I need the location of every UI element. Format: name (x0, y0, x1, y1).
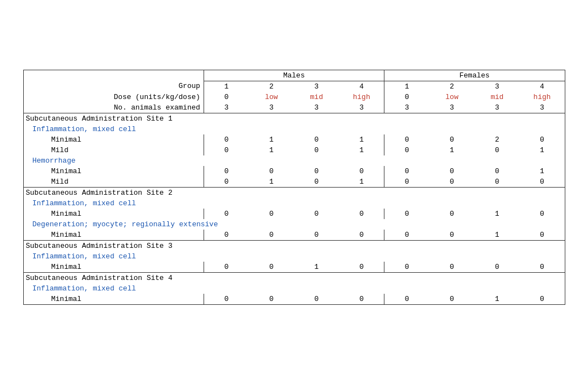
dose-row: Dose (units/kg/dose) 0 low mid high 0 lo… (23, 92, 565, 102)
s2-s2-g1-m3: 0 (294, 230, 339, 241)
f-dose-2: low (429, 92, 475, 102)
s1-s2-g1-f1: 0 (384, 166, 430, 176)
s3-s1-g1-f3: 0 (475, 262, 520, 273)
s1-s2-g1-m1: 0 (204, 166, 249, 176)
s1-sub2-grade2-row: Mild 0 1 0 1 0 0 0 0 (23, 176, 565, 188)
s1-s2-g2-f4: 0 (519, 176, 565, 188)
s2-sub1-name-row: Inflammation, mixed cell (23, 198, 565, 209)
s1-s2-g1-label: Minimal (23, 166, 204, 176)
s4-s1-g1-f3: 1 (475, 294, 520, 305)
s4-s1-g1-m3: 0 (294, 294, 339, 305)
dose-label: Dose (units/kg/dose) (23, 92, 204, 102)
m-dose-2: low (249, 92, 294, 102)
m-dose-1: 0 (204, 92, 249, 102)
f-group-2: 2 (429, 81, 475, 92)
f-dose-1: 0 (384, 92, 430, 102)
males-header: Males (204, 70, 384, 81)
s1-s2-g2-label: Mild (23, 176, 204, 188)
s3-s1-g1-label: Minimal (23, 262, 204, 273)
s2-sub2-name: Degeneration; myocyte; regionally extens… (23, 219, 565, 230)
s3-s1-g1-f4: 0 (519, 262, 565, 273)
s4-s1-g1-f4: 0 (519, 294, 565, 305)
section1-title: Subcutaneous Administration Site 1 (23, 113, 565, 124)
s2-s1-g1-f4: 0 (519, 209, 565, 219)
m-animals-3: 3 (294, 102, 339, 113)
s2-s2-g1-f2: 0 (429, 230, 475, 241)
m-dose-4: high (339, 92, 384, 102)
m-animals-2: 3 (249, 102, 294, 113)
females-header: Females (384, 70, 565, 81)
s1-s2-g1-f2: 0 (429, 166, 475, 176)
section4-title-row: Subcutaneous Administration Site 4 (23, 272, 565, 283)
s1-s1-g2-m3: 0 (294, 145, 339, 155)
s1-sub1-grade1-row: Minimal 0 1 0 1 0 0 2 0 (23, 134, 565, 145)
s3-sub1-name: Inflammation, mixed cell (23, 251, 565, 262)
s1-s1-g1-m3: 0 (294, 134, 339, 145)
f-animals-4: 3 (519, 102, 565, 113)
empty-corner (23, 70, 204, 81)
s1-s1-g1-f3: 2 (475, 134, 520, 145)
s2-sub1-name: Inflammation, mixed cell (23, 198, 565, 209)
s2-s1-g1-m1: 0 (204, 209, 249, 219)
s1-sub1-g1-label: Minimal (23, 134, 204, 145)
m-animals-4: 3 (339, 102, 384, 113)
m-animals-1: 3 (204, 102, 249, 113)
s4-s1-g1-f2: 0 (429, 294, 475, 305)
s2-s1-g1-m2: 0 (249, 209, 294, 219)
m-dose-3: mid (294, 92, 339, 102)
s2-s2-g1-m4: 0 (339, 230, 384, 241)
s3-s1-g1-f2: 0 (429, 262, 475, 273)
group-row: Group 1 2 3 4 1 2 3 4 (23, 81, 565, 92)
section1-sub1-name-row: Inflammation, mixed cell (23, 124, 565, 134)
section3-title-row: Subcutaneous Administration Site 3 (23, 240, 565, 251)
s4-s1-g1-f1: 0 (384, 294, 430, 305)
f-dose-4: high (519, 92, 565, 102)
s1-sub2-name-row: Hemorrhage (23, 155, 565, 166)
s2-s2-g1-f1: 0 (384, 230, 430, 241)
s2-s2-g1-label: Minimal (23, 230, 204, 241)
section3-title: Subcutaneous Administration Site 3 (23, 240, 565, 251)
section2-title-row: Subcutaneous Administration Site 2 (23, 187, 565, 198)
s1-s1-g1-m4: 1 (339, 134, 384, 145)
s2-s1-g1-label: Minimal (23, 209, 204, 219)
s2-sub2-name-row: Degeneration; myocyte; regionally extens… (23, 219, 565, 230)
s1-s1-g2-f2: 1 (429, 145, 475, 155)
s1-s2-g2-m4: 1 (339, 176, 384, 188)
s1-s1-g2-m2: 1 (249, 145, 294, 155)
m-group-3: 3 (294, 81, 339, 92)
s1-sub1-name: Inflammation, mixed cell (23, 124, 565, 134)
f-dose-3: mid (475, 92, 520, 102)
s1-s2-g2-m1: 0 (204, 176, 249, 188)
s1-s1-g2-f4: 1 (519, 145, 565, 155)
f-animals-3: 3 (475, 102, 520, 113)
s1-s2-g2-f1: 0 (384, 176, 430, 188)
s3-s1-g1-m2: 0 (249, 262, 294, 273)
s2-s1-g1-m4: 0 (339, 209, 384, 219)
s2-sub2-grade1-row: Minimal 0 0 0 0 0 0 1 0 (23, 230, 565, 241)
s1-s1-g1-m2: 1 (249, 134, 294, 145)
s1-s1-g1-m1: 0 (204, 134, 249, 145)
animals-row: No. animals examined 3 3 3 3 3 3 3 3 (23, 102, 565, 113)
s2-s2-g1-m1: 0 (204, 230, 249, 241)
s3-s1-g1-m3: 1 (294, 262, 339, 273)
s2-s2-g1-f3: 1 (475, 230, 520, 241)
s1-s2-g2-f3: 0 (475, 176, 520, 188)
s1-s2-g1-f4: 1 (519, 166, 565, 176)
s2-s2-g1-m2: 0 (249, 230, 294, 241)
s2-s2-g1-f4: 0 (519, 230, 565, 241)
s4-s1-g1-m2: 0 (249, 294, 294, 305)
s1-s1-g2-m1: 0 (204, 145, 249, 155)
f-animals-1: 3 (384, 102, 430, 113)
s3-s1-g1-m4: 0 (339, 262, 384, 273)
s1-s1-g2-f3: 0 (475, 145, 520, 155)
m-group-1: 1 (204, 81, 249, 92)
m-group-2: 2 (249, 81, 294, 92)
s1-sub1-g2-label: Mild (23, 145, 204, 155)
s1-s2-g1-m4: 0 (339, 166, 384, 176)
section1-title-row: Subcutaneous Administration Site 1 (23, 113, 565, 124)
s1-sub1-grade2-row: Mild 0 1 0 1 0 1 0 1 (23, 145, 565, 155)
s1-s2-g1-m3: 0 (294, 166, 339, 176)
s1-sub2-grade1-row: Minimal 0 0 0 0 0 0 0 1 (23, 166, 565, 176)
f-group-4: 4 (519, 81, 565, 92)
s4-s1-g1-m4: 0 (339, 294, 384, 305)
